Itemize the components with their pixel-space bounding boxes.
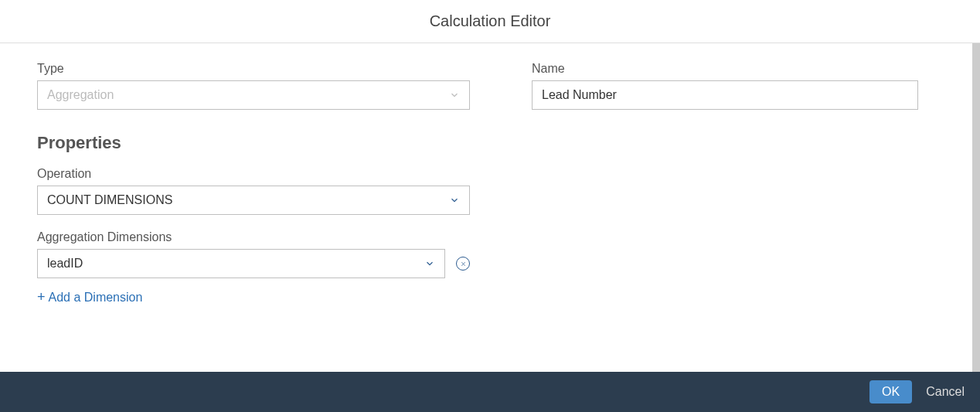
chevron-down-icon [424,258,435,269]
dimension-select[interactable]: leadID [37,249,445,278]
type-select-value: Aggregation [47,88,114,102]
remove-dimension-button[interactable] [456,257,470,271]
add-dimension-label: Add a Dimension [49,291,143,305]
name-label: Name [532,62,918,76]
scrollbar[interactable] [972,43,980,372]
agg-dim-label: Aggregation Dimensions [37,230,470,244]
agg-dim-field-group: Aggregation Dimensions leadID + Add a Di… [37,230,470,305]
name-input-wrapper [532,80,918,110]
name-field-group: Name [532,62,918,110]
properties-heading: Properties [37,133,470,153]
add-dimension-button[interactable]: + Add a Dimension [37,289,142,305]
dialog-footer: OK Cancel [0,372,980,412]
type-field-group: Type Aggregation [37,62,470,110]
operation-field-group: Operation COUNT DIMENSIONS [37,167,470,215]
name-input[interactable] [542,81,908,109]
operation-label: Operation [37,167,470,181]
left-column: Type Aggregation Properties Operation CO… [37,62,470,353]
type-label: Type [37,62,470,76]
chevron-down-icon [449,195,460,206]
ok-button[interactable]: OK [869,380,912,403]
dialog-body: Type Aggregation Properties Operation CO… [0,43,980,372]
dimension-select-value: leadID [47,257,83,271]
chevron-down-icon [449,90,460,100]
type-select[interactable]: Aggregation [37,80,470,110]
operation-select-value: COUNT DIMENSIONS [47,193,172,207]
cancel-button[interactable]: Cancel [926,385,965,399]
plus-icon: + [37,289,46,305]
dialog-title: Calculation Editor [0,0,980,43]
dimension-row: leadID [37,249,470,278]
operation-select[interactable]: COUNT DIMENSIONS [37,186,470,215]
right-column: Name [532,62,918,353]
